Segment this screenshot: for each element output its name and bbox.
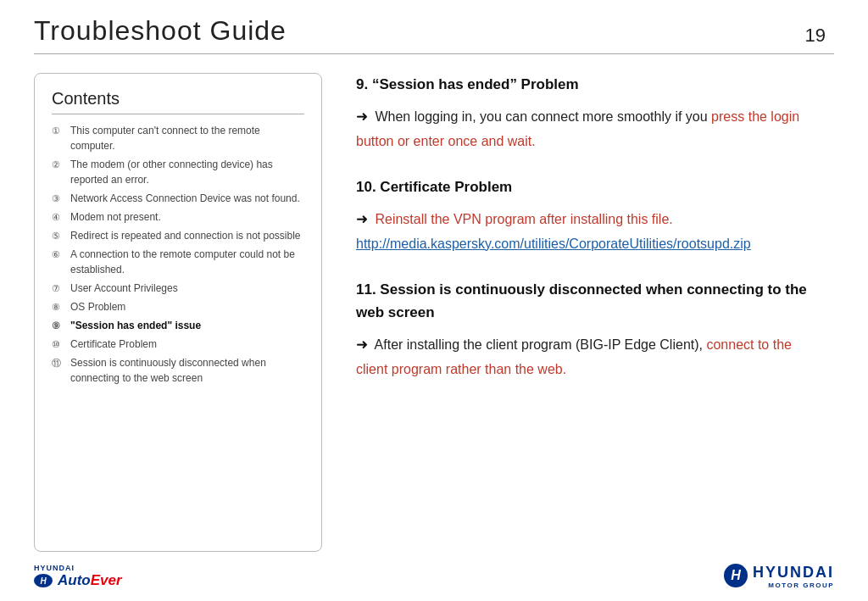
list-item-num: ⑥: [52, 248, 70, 262]
hyundai-small-label: HYUNDAI: [34, 564, 75, 572]
list-item-num: ⑨: [52, 319, 70, 333]
list-item-num: ⑩: [52, 337, 70, 352]
list-item-num: ⑦: [52, 281, 70, 296]
footer-right: H HYUNDAI MOTOR GROUP: [724, 564, 834, 589]
list-item: ①This computer can't connect to the remo…: [52, 123, 304, 153]
list-item: ⑤Redirect is repeated and connection is …: [52, 228, 304, 243]
hyundai-motor-logo-row: H HYUNDAI MOTOR GROUP: [724, 564, 834, 589]
contents-box: Contents ①This computer can't connect to…: [34, 73, 322, 552]
footer: HYUNDAI H AutoEver H HYUNDAI MOTOR GROUP: [0, 564, 868, 589]
list-item: ③Network Access Connection Device was no…: [52, 191, 304, 206]
section-10-title: 10. Certificate Problem: [356, 175, 826, 198]
section-10: 10. Certificate Problem ➜ Reinstall the …: [356, 175, 826, 256]
contents-title: Contents: [52, 89, 304, 114]
hyundai-big-label: HYUNDAI: [753, 564, 834, 582]
hyundai-motor-logo: H HYUNDAI MOTOR GROUP: [724, 564, 834, 589]
list-item-num: ②: [52, 158, 70, 172]
list-item-text: User Account Privileges: [70, 281, 178, 296]
section-11: 11. Session is continuously disconnected…: [356, 278, 826, 381]
list-item-text: Modem not present.: [70, 209, 161, 225]
contents-list: ①This computer can't connect to the remo…: [52, 123, 304, 386]
list-item-num: ④: [52, 210, 70, 225]
autoever-text: AutoEver: [58, 572, 122, 589]
section-9-body: ➜ When logging in, you can connect more …: [356, 104, 826, 153]
list-item: ⑩Certificate Problem: [52, 337, 304, 352]
list-item: ⑥A connection to the remote computer cou…: [52, 247, 304, 277]
h-emblem-motor: H: [724, 564, 748, 587]
section-10-text-red: Reinstall the VPN program after installi…: [375, 212, 672, 226]
hyundai-motor-text: HYUNDAI MOTOR GROUP: [753, 564, 834, 589]
page-number: 19: [805, 25, 834, 47]
page-title: Troubleshoot Guide: [34, 15, 287, 47]
section-9-text-normal: When logging in, you can connect more sm…: [375, 109, 711, 124]
list-item: ⑦User Account Privileges: [52, 281, 304, 296]
autoever-logo-row: H AutoEver: [34, 572, 122, 589]
arrow-icon-10: ➜: [356, 207, 368, 232]
section-10-body: ➜ Reinstall the VPN program after instal…: [356, 207, 826, 256]
h-emblem-autoever: H: [34, 574, 53, 587]
autoever-accent: Ever: [91, 572, 122, 588]
section-11-body: ➜ After installing the client program (B…: [356, 332, 826, 381]
header: Troubleshoot Guide 19: [34, 0, 834, 54]
list-item-text: "Session has ended" issue: [70, 318, 201, 333]
motor-group-label: MOTOR GROUP: [753, 582, 834, 589]
right-content: 9. “Session has ended” Problem ➜ When lo…: [348, 73, 834, 556]
list-item-text: A connection to the remote computer coul…: [70, 247, 304, 277]
main-content: Contents ①This computer can't connect to…: [34, 73, 834, 556]
list-item: ⑧OS Problem: [52, 299, 304, 314]
list-item-text: The modem (or other connecting device) h…: [70, 157, 304, 187]
footer-left: HYUNDAI H AutoEver: [34, 564, 122, 589]
list-item-text: Network Access Connection Device was not…: [70, 191, 300, 206]
section-11-title: 11. Session is continuously disconnected…: [356, 278, 826, 324]
list-item: ②The modem (or other connecting device) …: [52, 157, 304, 187]
list-item-num: ⑧: [52, 300, 70, 314]
list-item: ⑪Session is continuously disconnected wh…: [52, 355, 304, 386]
list-item-text: Session is continuously disconnected whe…: [70, 355, 304, 386]
list-item: ④Modem not present.: [52, 209, 304, 225]
list-item-text: Redirect is repeated and connection is n…: [70, 228, 301, 243]
section-9: 9. “Session has ended” Problem ➜ When lo…: [356, 73, 826, 153]
list-item-num: ⑤: [52, 229, 70, 243]
list-item-text: This computer can't connect to the remot…: [70, 123, 304, 153]
section-10-link[interactable]: http://media.kaspersky.com/utilities/Cor…: [356, 237, 751, 251]
list-item-text: OS Problem: [70, 299, 125, 314]
section-11-text-normal: After installing the client program (BIG…: [375, 337, 707, 352]
section-9-title: 9. “Session has ended” Problem: [356, 73, 826, 96]
list-item-num: ③: [52, 192, 70, 206]
list-item: ⑨"Session has ended" issue: [52, 318, 304, 333]
page: Troubleshoot Guide 19 Contents ①This com…: [0, 0, 868, 601]
autoever-logo: HYUNDAI H AutoEver: [34, 564, 122, 589]
arrow-icon-11: ➜: [356, 332, 368, 358]
list-item-text: Certificate Problem: [70, 337, 157, 352]
list-item-num: ⑪: [52, 356, 70, 370]
list-item-num: ①: [52, 124, 70, 138]
arrow-icon-9: ➜: [356, 104, 368, 130]
